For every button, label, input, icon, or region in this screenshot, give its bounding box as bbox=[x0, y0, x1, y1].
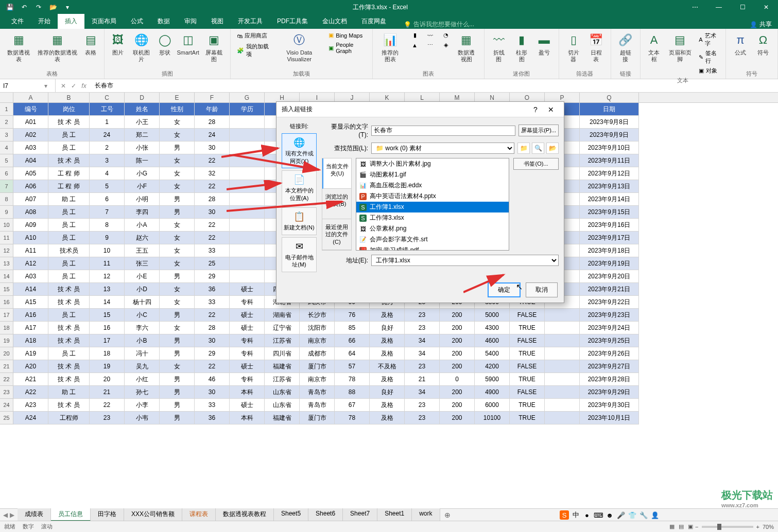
header-footer-button[interactable]: ▤页眉和页脚 bbox=[666, 31, 695, 64]
cell[interactable]: 23 bbox=[405, 309, 440, 322]
pie-chart-icon[interactable]: ◔ bbox=[437, 31, 455, 40]
zoom-out-icon[interactable]: − bbox=[695, 524, 698, 530]
cell[interactable]: 16 bbox=[90, 322, 125, 334]
header-cell[interactable]: 姓名 bbox=[125, 103, 160, 116]
cell[interactable]: 小王 bbox=[125, 116, 160, 129]
cell[interactable]: 2023年10月1日 bbox=[580, 412, 639, 424]
cell[interactable] bbox=[230, 141, 265, 154]
cell[interactable] bbox=[545, 360, 580, 373]
cell[interactable]: 青岛市 bbox=[300, 386, 335, 399]
ime-user-icon[interactable]: 👤 bbox=[650, 510, 660, 520]
cell[interactable] bbox=[230, 193, 265, 206]
cell[interactable]: 专科 bbox=[230, 334, 265, 347]
cell[interactable]: 技 术 员 bbox=[48, 283, 90, 296]
tell-me[interactable]: 💡 告诉我您想要做什么... bbox=[404, 20, 474, 29]
sheet-tab[interactable]: 田字格 bbox=[91, 508, 124, 521]
cell[interactable]: 工 程 师 bbox=[48, 167, 90, 180]
tab-wps[interactable]: 金山文档 bbox=[315, 14, 354, 29]
cell[interactable]: 技 术 员 bbox=[48, 296, 90, 309]
display-text-input[interactable] bbox=[371, 126, 515, 136]
cell[interactable] bbox=[545, 399, 580, 412]
sheet-tab[interactable]: Sheet7 bbox=[343, 508, 377, 521]
cell[interactable]: 2023年9月12日 bbox=[580, 167, 639, 180]
cell[interactable]: 2023年9月24日 bbox=[580, 322, 639, 334]
ime-tool-icon[interactable]: 🔧 bbox=[639, 510, 648, 520]
col-header[interactable]: F bbox=[195, 93, 230, 102]
cell[interactable]: A12 bbox=[13, 257, 48, 270]
cell[interactable]: 21 bbox=[405, 373, 440, 386]
pivot-chart-button[interactable]: ▦数据透视图 bbox=[453, 31, 480, 64]
ime-mic-icon[interactable]: 🎤 bbox=[616, 510, 626, 520]
cell[interactable]: 4200 bbox=[475, 360, 510, 373]
cell[interactable]: 小李 bbox=[125, 399, 160, 412]
link-new-doc[interactable]: 📋新建文档(N) bbox=[282, 207, 317, 235]
cell[interactable]: 女 bbox=[160, 360, 195, 373]
cell[interactable]: 员 工 bbox=[48, 219, 90, 232]
cell[interactable]: 33 bbox=[195, 296, 230, 309]
cell[interactable]: 小C bbox=[125, 309, 160, 322]
cell[interactable]: A23 bbox=[13, 399, 48, 412]
up-folder-icon[interactable]: 📁 bbox=[517, 143, 530, 154]
row-header[interactable]: 15 bbox=[0, 283, 13, 296]
cell[interactable]: A15 bbox=[13, 296, 48, 309]
cell[interactable]: 17 bbox=[90, 334, 125, 347]
row-header[interactable]: 6 bbox=[0, 167, 13, 180]
header-cell[interactable]: 编号 bbox=[13, 103, 48, 116]
view-normal-icon[interactable]: ▦ bbox=[669, 523, 675, 530]
cell[interactable]: 23 bbox=[90, 412, 125, 424]
zoom-value[interactable]: 70% bbox=[763, 524, 774, 530]
cell[interactable]: 28 bbox=[195, 116, 230, 129]
cell[interactable]: 男 bbox=[160, 334, 195, 347]
cell[interactable]: 2023年9月8日 bbox=[580, 116, 639, 129]
cell[interactable]: 四川省 bbox=[265, 347, 300, 360]
screentip-button[interactable]: 屏幕提示(P)... bbox=[518, 125, 559, 136]
pivot-table-button[interactable]: ▦数据透视表 bbox=[4, 31, 33, 64]
row-header[interactable]: 25 bbox=[0, 412, 13, 424]
cell[interactable] bbox=[230, 232, 265, 244]
file-item[interactable]: S工作簿3.xlsx bbox=[356, 212, 509, 223]
row-header[interactable]: 8 bbox=[0, 193, 13, 206]
cell[interactable]: 88 bbox=[335, 386, 370, 399]
minimize-icon[interactable]: — bbox=[707, 0, 731, 14]
tab-view[interactable]: 视图 bbox=[204, 14, 231, 29]
cell[interactable]: 辽宁省 bbox=[265, 322, 300, 334]
textbox-button[interactable]: A文本框 bbox=[645, 31, 664, 64]
cell[interactable]: A04 bbox=[13, 154, 48, 167]
tab-baidu[interactable]: 百度网盘 bbox=[354, 14, 393, 29]
cell[interactable]: 员 工 bbox=[48, 347, 90, 360]
cell[interactable]: 山东省 bbox=[265, 399, 300, 412]
cell[interactable]: 200 bbox=[440, 412, 475, 424]
address-input[interactable]: 工作簿1.xlsx bbox=[371, 255, 559, 266]
row-header[interactable]: 7 bbox=[0, 180, 13, 193]
cell[interactable]: 女 bbox=[160, 232, 195, 244]
cell[interactable]: 福建省 bbox=[265, 360, 300, 373]
tab-insert[interactable]: 插入 bbox=[58, 14, 84, 29]
cell[interactable]: 5000 bbox=[475, 309, 510, 322]
cell[interactable]: 33 bbox=[195, 399, 230, 412]
sheet-tab[interactable]: 数据透视表教程 bbox=[216, 508, 274, 521]
cell[interactable]: 22 bbox=[195, 309, 230, 322]
row-header[interactable]: 13 bbox=[0, 257, 13, 270]
cell[interactable]: 200 bbox=[440, 322, 475, 334]
timeline-button[interactable]: 📅日程表 bbox=[586, 31, 607, 64]
sheet-tab[interactable]: Sheet6 bbox=[308, 508, 343, 521]
cell[interactable]: 2023年9月22日 bbox=[580, 296, 639, 309]
cell[interactable]: 21 bbox=[90, 386, 125, 399]
row-header[interactable]: 23 bbox=[0, 386, 13, 399]
people-button[interactable]: ▣People Graph bbox=[326, 41, 368, 55]
cell[interactable]: 57 bbox=[335, 360, 370, 373]
smartart-button[interactable]: ◫SmartArt bbox=[176, 31, 200, 57]
cell[interactable]: TRUE bbox=[510, 399, 545, 412]
cell[interactable]: 男 bbox=[160, 386, 195, 399]
cell[interactable]: 22 bbox=[195, 180, 230, 193]
cell[interactable]: 4600 bbox=[475, 334, 510, 347]
cell[interactable]: 78 bbox=[335, 373, 370, 386]
browse-folder-icon[interactable]: 📂 bbox=[546, 143, 559, 154]
header-cell[interactable]: 工号 bbox=[90, 103, 125, 116]
lookup-folder-select[interactable]: 📁 work (0) 素材 bbox=[371, 143, 514, 154]
row-header[interactable]: 4 bbox=[0, 141, 13, 154]
cell[interactable] bbox=[230, 257, 265, 270]
tab-current-folder[interactable]: 当前文件夹(U) bbox=[322, 158, 351, 189]
cell[interactable]: 及格 bbox=[370, 373, 405, 386]
link-email[interactable]: ✉电子邮件地址(M) bbox=[282, 237, 317, 272]
